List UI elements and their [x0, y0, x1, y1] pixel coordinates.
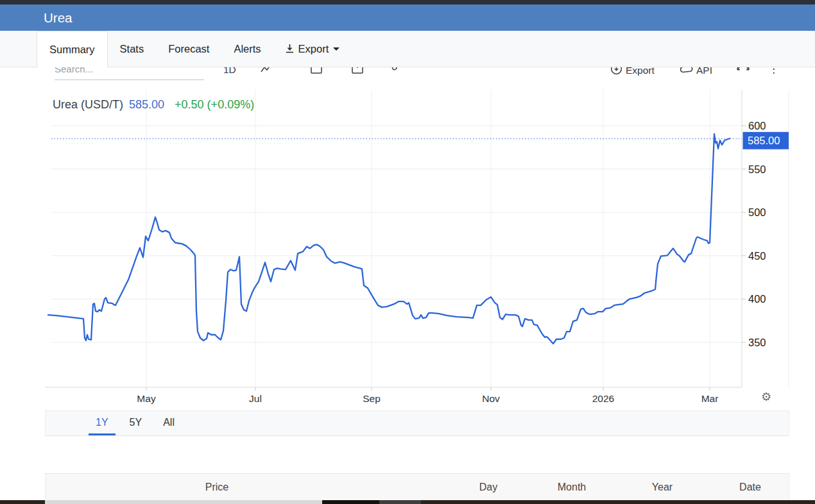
chart-title-row: Urea (USD/T) 585.00 +0.50 (+0.09%): [53, 98, 254, 112]
strip-segment: [0, 500, 45, 504]
expand-icon[interactable]: [735, 67, 751, 77]
api-button[interactable]: API: [696, 67, 712, 76]
chart-change: +0.50 (+0.09%): [175, 98, 254, 112]
search-field-wrap: [55, 67, 204, 80]
partial-table-row-strip: [0, 500, 815, 504]
window-top-strip: [0, 0, 815, 4]
dots-menu-icon[interactable]: ⋮: [768, 67, 779, 76]
y-tick-label: 450: [748, 250, 766, 262]
tab-summary[interactable]: Summary: [37, 31, 108, 67]
x-tick-label: Mar: [701, 393, 719, 404]
column-header-month: Month: [558, 474, 586, 501]
range-selector-band: 1Y 5Y All: [45, 410, 789, 436]
price-label-text: 585.00: [748, 135, 780, 146]
tab-forecast[interactable]: Forecast: [156, 31, 221, 67]
range-button-all[interactable]: All: [156, 411, 182, 435]
snapshot-icon[interactable]: [351, 67, 364, 77]
tab-stats[interactable]: Stats: [108, 31, 157, 67]
y-tick-label: 350: [748, 337, 766, 348]
strip-segment: [45, 500, 322, 504]
search-input[interactable]: [55, 67, 204, 80]
y-tick-label: 500: [748, 206, 766, 218]
page: Urea Summary Stats Forecast Alerts Expor…: [0, 0, 815, 504]
y-tick-label: 400: [748, 293, 766, 305]
range-button-5y[interactable]: 5Y: [123, 411, 150, 435]
column-header-price: Price: [205, 474, 228, 501]
chart-toolbar-clipped: 1D Export API ⋮: [0, 67, 815, 80]
chart-price: 585.00: [129, 98, 164, 112]
strip-segment: [379, 500, 421, 504]
chevron-down-icon: [333, 47, 339, 51]
chart-title: Urea (USD/T): [53, 98, 123, 112]
square-icon[interactable]: [310, 67, 323, 77]
interval-selector[interactable]: 1D: [223, 67, 236, 76]
column-header-day: Day: [479, 474, 497, 501]
price-chart[interactable]: 600550500450400350MayJulSepNov2026Mar585…: [45, 80, 789, 410]
range-button-1y[interactable]: 1Y: [89, 411, 116, 435]
cloud-icon[interactable]: [679, 67, 694, 77]
chart-settings-gear-icon[interactable]: ⚙: [759, 390, 773, 405]
x-tick-label: 2026: [592, 393, 614, 404]
price-line-series: [48, 134, 730, 344]
link-icon[interactable]: [389, 67, 399, 77]
x-tick-label: Sep: [363, 393, 381, 404]
tab-bar: Summary Stats Forecast Alerts Export: [0, 31, 815, 67]
y-tick-label: 600: [748, 120, 766, 131]
download-circle-icon[interactable]: [610, 67, 622, 78]
export-button[interactable]: Export: [626, 67, 655, 76]
page-title: Urea: [44, 4, 72, 31]
line-style-icon[interactable]: [261, 67, 272, 77]
strip-segment: [421, 500, 815, 504]
column-header-year: Year: [652, 474, 673, 501]
tab-export[interactable]: Export: [273, 31, 352, 67]
download-icon: [286, 44, 294, 54]
page-header: Urea: [0, 4, 815, 31]
column-header-date: Date: [739, 474, 761, 501]
x-tick-label: Nov: [482, 393, 500, 404]
strip-segment: [322, 500, 379, 504]
tab-alerts[interactable]: Alerts: [221, 31, 273, 67]
x-tick-label: Jul: [249, 393, 262, 404]
price-table-header: Price Day Month Year Date: [45, 473, 789, 500]
x-tick-label: May: [137, 393, 156, 404]
y-tick-label: 550: [748, 164, 766, 175]
